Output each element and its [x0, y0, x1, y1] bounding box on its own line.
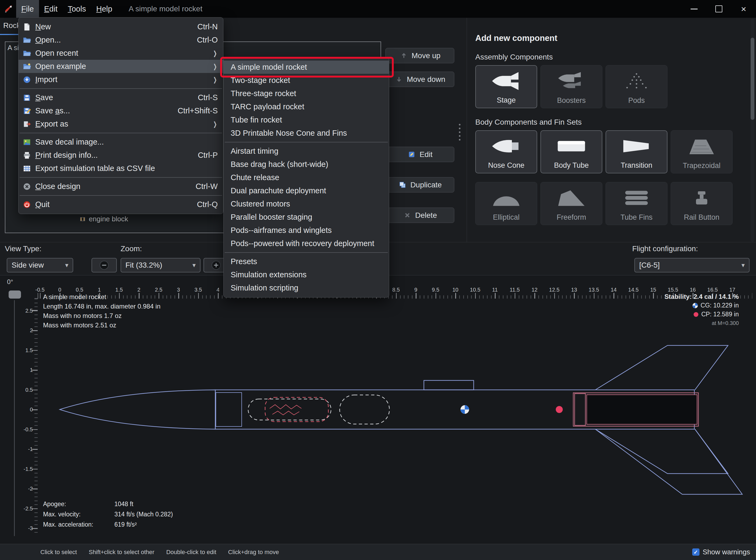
split-grip-handle[interactable] — [459, 124, 461, 141]
example-item-parallel-booster-staging[interactable]: Parallel booster staging — [224, 211, 389, 224]
zoom-select[interactable]: Fit (33.2%) ▾ — [121, 258, 201, 273]
example-item-a-simple-model-rocket[interactable]: A simple model rocket — [224, 61, 389, 74]
nose-shoulder-outline[interactable] — [216, 393, 242, 426]
shortcut-label: Ctrl+Shift-S — [178, 106, 218, 115]
example-item-chute-release[interactable]: Chute release — [224, 171, 389, 184]
stat-value: 314 ft/s (Mach 0.282) — [115, 511, 173, 518]
example-item-presets[interactable]: Presets — [224, 255, 389, 268]
component-freeform-button[interactable]: Freeform — [540, 182, 602, 225]
flight-config-select[interactable]: [C6-5] ▾ — [634, 258, 750, 273]
menu-item-save[interactable]: SaveCtrl-S — [19, 91, 223, 104]
rocket-mass-empty: Mass with no motors 1.7 oz — [43, 311, 160, 320]
nose-cone-outline[interactable] — [60, 390, 215, 429]
menubar-edit[interactable]: Edit — [39, 0, 63, 18]
wadding-outline[interactable] — [340, 395, 389, 424]
quit-icon — [22, 200, 32, 209]
example-item-two-stage-rocket[interactable]: Two-stage rocket — [224, 74, 389, 87]
menu-item-export-simulation-table-as-csv-file[interactable]: Export simulation table as CSV file — [19, 162, 223, 175]
engine-block-outline[interactable] — [575, 394, 585, 425]
scrollbar-thumb[interactable] — [751, 38, 754, 120]
submenu-arrow-icon: ❯ — [213, 120, 217, 128]
menu-item-print-design-info[interactable]: Print design info...Ctrl-P — [19, 148, 223, 162]
example-item-airstart-timing[interactable]: Airstart timing — [224, 145, 389, 158]
edit-button[interactable]: Edit — [385, 147, 454, 162]
submenu-arrow-icon: ❯ — [213, 63, 217, 70]
motor-outline[interactable] — [587, 395, 697, 424]
component-stage-button[interactable]: Stage — [475, 65, 537, 108]
openrocket-window: FileEditToolsHelp A simple model rocket … — [0, 0, 756, 560]
example-item-tarc-payload-rocket[interactable]: TARC payload rocket — [224, 100, 389, 113]
close-button[interactable]: × — [731, 0, 756, 18]
maximize-button[interactable] — [707, 0, 731, 18]
component-nose-cone-button[interactable]: Nose Cone — [475, 130, 537, 173]
show-warnings-checkbox[interactable]: ✓ — [692, 548, 699, 556]
example-item-tube-fin-rocket[interactable]: Tube fin rocket — [224, 113, 389, 126]
parachute-outline[interactable] — [248, 399, 331, 420]
freeform-icon — [554, 182, 589, 213]
example-item-3d-printable-nose-cone-and-fins[interactable]: 3D Printable Nose Cone and Fins — [224, 126, 389, 140]
shock-cord-line — [270, 405, 302, 415]
duplicate-icon — [398, 180, 407, 189]
component-body-tube-button[interactable]: Body Tube — [540, 130, 602, 173]
export-simulation-table-as-csv-file-icon — [22, 164, 32, 173]
chevron-down-icon: ▾ — [61, 261, 68, 269]
stat-label: Max. velocity: — [43, 511, 115, 518]
component-boosters-button[interactable]: Boosters — [540, 65, 602, 108]
fin-bottom2-outline[interactable] — [595, 429, 742, 494]
menu-item-close-design[interactable]: Close designCtrl-W — [19, 180, 223, 193]
menu-item-export-as[interactable]: Export as❯ — [19, 117, 223, 131]
show-warnings-control[interactable]: ✓ Show warnings — [692, 548, 750, 556]
rotation-slider-handle[interactable] — [8, 291, 21, 299]
example-item-pods-airframes-and-winglets[interactable]: Pods--airframes and winglets — [224, 224, 389, 237]
stability-value: Stability: 2.4 cal / 14.1 % — [665, 292, 739, 301]
menu-item-import[interactable]: Import❯ — [19, 73, 223, 86]
hint-double-click-to-edit: Double-click to edit — [166, 549, 217, 556]
example-item-clustered-motors[interactable]: Clustered motors — [224, 197, 389, 211]
menu-item-save-decal-image[interactable]: Save decal image... — [19, 135, 223, 148]
zoom-out-button[interactable] — [91, 258, 117, 273]
zoom-in-icon — [211, 260, 221, 270]
move-down-button[interactable]: Move down — [385, 72, 454, 87]
example-item-simulation-extensions[interactable]: Simulation extensions — [224, 268, 389, 281]
rotation-label: 0° — [7, 278, 13, 286]
component-tube-fins-button[interactable]: Tube Fins — [606, 182, 668, 225]
launch-lug-outline[interactable] — [424, 380, 474, 390]
menu-item-save-as[interactable]: Save as...Ctrl+Shift-S — [19, 104, 223, 117]
rotation-slider-track[interactable] — [14, 300, 15, 536]
fin-bottom-outline[interactable] — [595, 429, 728, 474]
design-view[interactable]: 0° -0.500.511.522.533.544.555.566.577.58… — [0, 275, 756, 544]
component-rail-button-button[interactable]: Rail Button — [671, 182, 733, 225]
menubar-help[interactable]: Help — [91, 0, 117, 18]
menubar-file[interactable]: File — [16, 0, 39, 18]
minimize-button[interactable] — [682, 0, 707, 18]
right-scrollbar[interactable] — [751, 19, 754, 242]
fin-top-outline[interactable] — [595, 345, 728, 390]
component-trapezoidal-button[interactable]: Trapezoidal — [671, 130, 733, 173]
example-item-three-stage-rocket[interactable]: Three-stage rocket — [224, 87, 389, 100]
example-item-simulation-scripting[interactable]: Simulation scripting — [224, 281, 389, 295]
menu-item-open[interactable]: Open...Ctrl-O — [19, 33, 223, 46]
view-type-select[interactable]: Side view ▾ — [7, 258, 73, 273]
tree-item-engine-block[interactable]: engine block — [79, 215, 128, 223]
menu-item-open-example[interactable]: Open example❯ — [19, 60, 223, 73]
example-item-base-drag-hack-short-wide[interactable]: Base drag hack (short-wide) — [224, 158, 389, 171]
delete-button[interactable]: Delete — [385, 207, 454, 223]
boosters-icon — [554, 65, 589, 96]
shortcut-label: Ctrl-O — [197, 36, 218, 44]
example-item-dual-parachute-deployment[interactable]: Dual parachute deployment — [224, 184, 389, 197]
component-transition-button[interactable]: Transition — [606, 130, 668, 173]
cg-symbol — [461, 405, 469, 414]
duplicate-button[interactable]: Duplicate — [385, 177, 454, 193]
ruler-v-label: -1 — [28, 446, 33, 452]
component-sections: Assembly ComponentsStageBoostersPodsBody… — [470, 53, 750, 225]
move-up-button[interactable]: Move up — [385, 48, 454, 63]
menubar-tools[interactable]: Tools — [63, 0, 91, 18]
component-elliptical-button[interactable]: Elliptical — [475, 182, 537, 225]
shock-cord-outline[interactable] — [265, 397, 328, 422]
menu-item-open-recent[interactable]: Open recent❯ — [19, 46, 223, 60]
menu-item-quit[interactable]: QuitCtrl-Q — [19, 198, 223, 211]
print-design-info-icon — [22, 151, 32, 160]
component-pods-button[interactable]: Pods — [606, 65, 668, 108]
menu-item-new[interactable]: NewCtrl-N — [19, 20, 223, 33]
example-item-pods-powered-with-recovery-deployment[interactable]: Pods--powered with recovery deployment — [224, 237, 389, 250]
